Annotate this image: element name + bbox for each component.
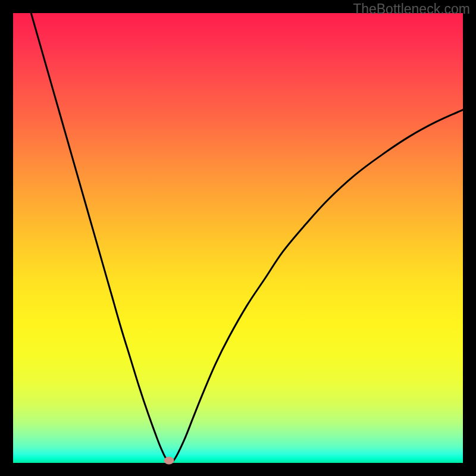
plot-area (13, 13, 463, 463)
watermark-text: TheBottleneck.com (353, 1, 470, 17)
optimum-marker (164, 457, 174, 465)
chart-frame: TheBottleneck.com (0, 0, 476, 476)
bottleneck-curve (13, 13, 463, 463)
